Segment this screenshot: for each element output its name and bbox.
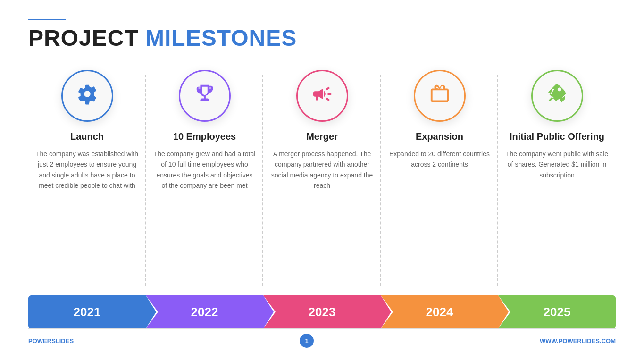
ipo-desc: The company went public with sale of sha… [505,149,609,180]
header-line [28,19,66,20]
rocket-icon [546,83,568,109]
launch-desc: The company was established with just 2 … [35,149,139,191]
footer-brand-black: POWER [28,337,51,345]
footer-url: WWW.POWERLIDES.COM [540,337,616,345]
launch-title: Launch [70,131,104,142]
expansion-desc: Expanded to 20 different countries acros… [388,149,491,170]
footer-brand-blue: SLIDES [51,337,74,345]
milestone-merger: Merger A merger process happened. The co… [263,65,381,295]
milestone-employees: 10 Employees The company grew and had a … [146,65,263,295]
page-number: 1 [300,334,314,348]
timeline-2025: 2025 [498,295,616,328]
milestone-ipo: Initial Public Offering The company went… [498,65,616,295]
year-2024: 2024 [426,305,453,320]
employees-title: 10 Employees [173,131,236,142]
ipo-title: Initial Public Offering [510,131,604,142]
employees-desc: The company grew and had a total of 10 f… [153,149,256,191]
expansion-icon-circle [414,70,466,122]
launch-icon-circle [61,70,113,122]
timeline-row: 2021 2022 2023 2024 2025 [28,295,616,328]
title-blue: MILESTONES [145,25,297,51]
year-2023: 2023 [309,305,336,320]
year-2021: 2021 [74,305,101,320]
footer: POWERSLIDES 1 WWW.POWERLIDES.COM [28,328,616,348]
year-2025: 2025 [544,305,571,320]
milestone-expansion: Expansion Expanded to 20 different count… [381,65,498,295]
expansion-title: Expansion [416,131,463,142]
page-title: PROJECT MILESTONES [28,25,616,51]
page-container: PROJECT MILESTONES Launch The company wa… [0,0,644,362]
title-black: PROJECT [28,25,145,51]
footer-brand: POWERSLIDES [28,337,74,345]
merger-icon-circle [296,70,348,122]
timeline-2024: 2024 [381,295,498,328]
trophy-icon [194,83,216,109]
employees-icon-circle [179,70,231,122]
merger-desc: A merger process happened. The company p… [270,149,374,191]
ipo-icon-circle [531,70,583,122]
year-2022: 2022 [191,305,218,320]
megaphone-icon [311,83,333,109]
gear-icon [76,83,98,109]
timeline-2022: 2022 [146,295,263,328]
briefcase-icon [429,83,451,109]
timeline-2023: 2023 [263,295,381,328]
header: PROJECT MILESTONES [28,19,616,51]
milestones-row: Launch The company was established with … [28,65,616,295]
milestone-launch: Launch The company was established with … [28,65,146,295]
merger-title: Merger [306,131,338,142]
timeline-2021: 2021 [28,295,146,328]
